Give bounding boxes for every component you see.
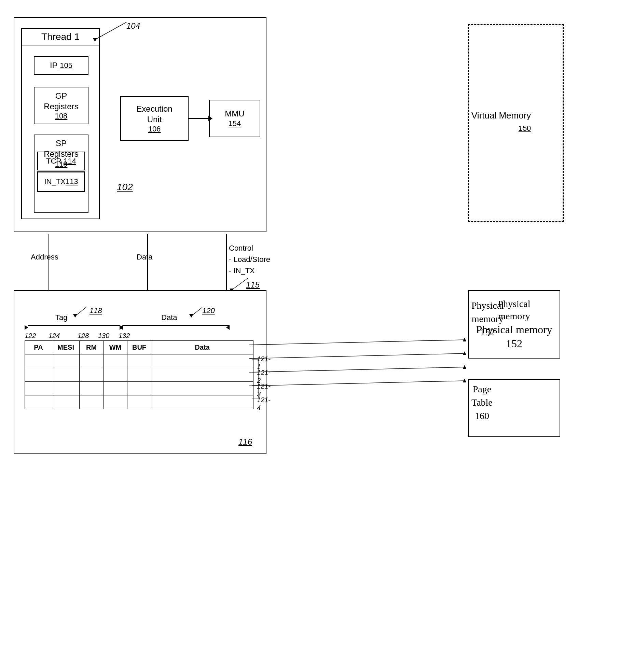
arrow-118-svg	[66, 305, 93, 318]
processor-box: 102 Thread 1 IP 105 GPRegisters 108 SPRe…	[14, 17, 266, 232]
col-wm-header: WM	[104, 341, 127, 354]
phys-mem-text: Physicalmemory152	[471, 299, 504, 339]
svg-line-19	[249, 381, 465, 386]
cache-to-phys-arrows	[246, 335, 471, 403]
row1-rm	[80, 354, 104, 368]
thread-box: Thread 1 IP 105 GPRegisters 108 SPRegist…	[21, 28, 100, 219]
data-label: Data	[137, 253, 152, 262]
row2-pa	[25, 368, 52, 382]
mmu-ref: 154	[229, 119, 241, 128]
cache-box-ref: 116	[238, 437, 252, 447]
col-data-header: Data	[151, 341, 253, 354]
svg-line-2	[232, 278, 248, 290]
tcr-box: TCR 114	[37, 152, 85, 170]
exec-ref: 106	[148, 125, 161, 133]
row3-buf	[127, 382, 151, 395]
ref-120: 120	[202, 306, 215, 315]
row4-data	[151, 395, 253, 409]
ip-label: IP	[50, 61, 58, 70]
svg-marker-7	[189, 314, 193, 318]
mmu-label: MMU	[225, 109, 244, 118]
col-buf-header: BUF	[127, 341, 151, 354]
row2-rm	[80, 368, 104, 382]
gp-label: GPRegisters	[44, 90, 78, 112]
tcr-ref: 114	[64, 157, 76, 166]
mesi-col-ref: 124	[49, 332, 60, 340]
svg-marker-1	[93, 38, 97, 42]
cache-box: 116 Tag 118 Data 120	[14, 290, 266, 454]
diagram-container: 102 Thread 1 IP 105 GPRegisters 108 SPRe…	[7, 7, 615, 666]
virtual-memory-ref: 150	[519, 124, 531, 132]
row2-data	[151, 368, 253, 382]
col-pa-header: PA	[25, 341, 52, 354]
svg-line-13	[249, 340, 465, 345]
exec-label: ExecutionUnit	[136, 103, 172, 125]
row2-mesi	[52, 368, 80, 382]
row4-mesi	[52, 395, 80, 409]
row1-data	[151, 354, 253, 368]
row3-rm	[80, 382, 104, 395]
row4-wm	[104, 395, 127, 409]
arrow-104-svg	[68, 17, 130, 44]
cache-table: PA MESI RM WM BUF Data	[25, 340, 253, 409]
table-row-1	[25, 354, 253, 368]
data-label-above-cache: Data	[161, 313, 177, 322]
svg-line-4	[76, 307, 86, 316]
ip-ref: 105	[60, 61, 72, 70]
row3-wm	[104, 382, 127, 395]
intx-label: IN_TX	[44, 177, 65, 186]
svg-marker-5	[73, 314, 77, 318]
row4-rm	[80, 395, 104, 409]
label-102: 102	[117, 182, 245, 221]
row3-data	[151, 382, 253, 395]
row2-buf	[127, 368, 151, 382]
row3-mesi	[52, 382, 80, 395]
table-row-2	[25, 368, 253, 382]
mmu-box: MMU 154	[209, 100, 260, 137]
address-arrow-line	[49, 234, 49, 294]
page-table-text: PageTable160	[471, 382, 493, 423]
rm-col-ref: 128	[78, 332, 89, 340]
control-label: Control- Load/Store- IN_TX	[229, 242, 270, 276]
exec-to-mmu-line	[189, 118, 209, 119]
row1-buf	[127, 354, 151, 368]
ip-box: IP 105	[34, 56, 88, 75]
data-arrow-line	[147, 234, 148, 294]
row2-wm	[104, 368, 127, 382]
ref-118: 118	[90, 306, 102, 315]
svg-line-0	[96, 22, 126, 39]
wm-col-ref: 130	[98, 332, 109, 340]
row1-pa	[25, 354, 52, 368]
table-row-3	[25, 382, 253, 395]
exec-to-mmu-arrow	[208, 116, 212, 121]
svg-line-17	[249, 367, 465, 372]
execution-unit-box: ExecutionUnit 106	[120, 96, 189, 141]
gp-ref: 108	[55, 112, 68, 120]
tag-line	[28, 325, 120, 326]
col-rm-header: RM	[80, 341, 104, 354]
row4-pa	[25, 395, 52, 409]
row4-buf	[127, 395, 151, 409]
virtual-memory-label: Virtual Memory 150	[471, 109, 531, 134]
buf-col-ref: 132	[119, 332, 130, 340]
col-mesi-header: MESI	[52, 341, 80, 354]
row1-wm	[104, 354, 127, 368]
table-row-4	[25, 395, 253, 409]
address-label: Address	[31, 253, 58, 262]
pa-col-ref: 122	[25, 332, 36, 340]
gp-registers-box: GPRegisters 108	[34, 87, 88, 124]
row3-pa	[25, 382, 52, 395]
data-line	[123, 325, 229, 326]
svg-line-15	[249, 353, 465, 359]
intx-ref: 113	[66, 177, 78, 186]
row1-mesi	[52, 354, 80, 368]
svg-line-6	[192, 307, 202, 316]
tcr-label: TCR	[46, 157, 61, 166]
intx-box: IN_TX 113	[37, 171, 85, 192]
